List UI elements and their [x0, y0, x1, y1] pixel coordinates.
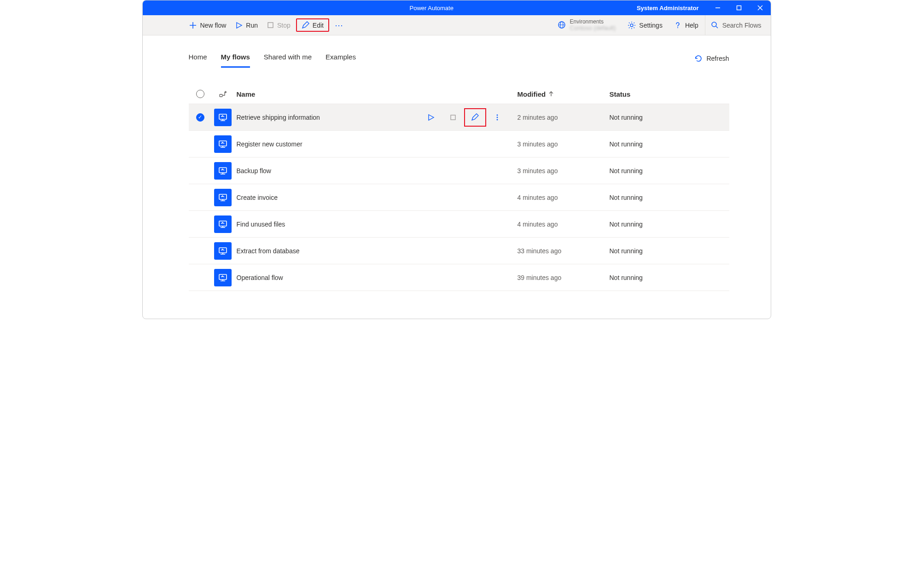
title-bar: Power Automate System Administrator [143, 0, 771, 15]
close-button[interactable] [750, 0, 771, 15]
svg-rect-7 [268, 23, 273, 28]
flow-status: Not running [610, 221, 729, 228]
svg-point-12 [677, 27, 678, 28]
flow-status: Not running [610, 140, 729, 148]
flow-modified: 2 minutes ago [518, 114, 610, 121]
flow-icon [212, 189, 234, 206]
tab-my-flows[interactable]: My flows [221, 49, 250, 68]
flow-name[interactable]: Find unused files [237, 221, 501, 228]
app-title: Power Automate [235, 5, 628, 12]
question-icon [674, 21, 682, 29]
flow-name[interactable]: Retrieve shipping information [237, 114, 413, 121]
select-all-checkbox[interactable] [189, 90, 212, 98]
flow-status: Not running [610, 194, 729, 201]
search-icon [711, 21, 719, 29]
flow-modified: 4 minutes ago [518, 221, 610, 228]
flow-type-icon-header [212, 90, 234, 98]
help-button[interactable]: Help [669, 18, 703, 32]
flow-status: Not running [610, 274, 729, 281]
flow-icon [212, 135, 234, 153]
table-row[interactable]: Retrieve shipping information2 minutes a… [189, 104, 729, 131]
flow-name[interactable]: Backup flow [237, 167, 501, 175]
table-row[interactable]: Extract from database33 minutes agoNot r… [189, 238, 729, 264]
stop-icon [450, 114, 456, 121]
new-flow-label: New flow [200, 22, 227, 29]
environments-label: Environments [570, 19, 616, 25]
flow-icon [212, 215, 234, 233]
flow-modified: 33 minutes ago [518, 247, 610, 255]
tab-home[interactable]: Home [189, 49, 207, 68]
nav-tabs: Home My flows Shared with me Examples [189, 49, 356, 68]
svg-point-24 [496, 119, 498, 120]
svg-rect-17 [219, 114, 227, 119]
row-more-button[interactable] [486, 108, 508, 127]
flow-modified: 3 minutes ago [518, 140, 610, 148]
app-window: Power Automate System Administrator New … [142, 0, 771, 319]
plus-icon [189, 21, 197, 29]
row-edit-button[interactable] [464, 108, 486, 127]
flow-modified: 4 minutes ago [518, 194, 610, 201]
environment-picker[interactable]: Environments Contoso (default) [552, 19, 622, 31]
settings-button[interactable]: Settings [623, 18, 667, 32]
maximize-button[interactable] [728, 0, 750, 15]
row-checkbox[interactable] [189, 113, 212, 122]
svg-rect-37 [219, 248, 227, 253]
edit-button[interactable]: Edit [296, 18, 329, 32]
svg-line-14 [716, 26, 718, 28]
minimize-button[interactable] [707, 0, 728, 15]
svg-rect-34 [219, 221, 227, 226]
flow-status: Not running [610, 167, 729, 175]
play-icon [427, 114, 435, 121]
flow-status: Not running [610, 114, 729, 121]
table-row[interactable]: Operational flow39 minutes agoNot runnin… [189, 264, 729, 291]
flow-modified: 3 minutes ago [518, 167, 610, 175]
svg-rect-21 [451, 115, 455, 120]
pencil-icon [471, 113, 479, 121]
flow-name[interactable]: Operational flow [237, 274, 501, 281]
settings-label: Settings [639, 22, 663, 29]
new-flow-button[interactable]: New flow [184, 18, 231, 32]
stop-label: Stop [277, 22, 291, 29]
table-row[interactable]: Find unused files4 minutes agoNot runnin… [189, 211, 729, 238]
svg-marker-20 [429, 115, 434, 120]
flow-icon [212, 162, 234, 180]
svg-marker-6 [237, 23, 242, 28]
flow-name[interactable]: Extract from database [237, 247, 501, 255]
svg-rect-15 [220, 94, 222, 97]
play-icon [235, 22, 243, 29]
row-stop-button [442, 108, 464, 127]
search-flows[interactable]: Search Flows [705, 15, 767, 35]
flow-icon [212, 269, 234, 286]
tab-examples[interactable]: Examples [326, 49, 356, 68]
more-vertical-icon [494, 114, 501, 121]
column-status[interactable]: Status [610, 90, 729, 98]
svg-point-23 [496, 116, 498, 118]
svg-point-22 [496, 114, 498, 116]
more-actions-button[interactable]: ⋯ [330, 20, 349, 30]
table-row[interactable]: Backup flow3 minutes agoNot running [189, 157, 729, 184]
edit-label: Edit [313, 22, 324, 29]
current-user[interactable]: System Administrator [628, 5, 707, 12]
row-run-button[interactable] [420, 108, 442, 127]
refresh-button[interactable]: Refresh [694, 54, 729, 63]
flow-name[interactable]: Create invoice [237, 194, 501, 201]
svg-rect-25 [219, 141, 227, 146]
gear-icon [628, 21, 636, 29]
table-row[interactable]: Create invoice4 minutes agoNot running [189, 184, 729, 211]
svg-point-13 [712, 22, 716, 27]
column-name[interactable]: Name [234, 90, 518, 98]
refresh-icon [694, 54, 703, 63]
search-placeholder: Search Flows [722, 22, 762, 29]
run-label: Run [246, 22, 258, 29]
refresh-label: Refresh [706, 55, 729, 62]
run-button[interactable]: Run [231, 19, 262, 32]
table-header-row: Name Modified Status [189, 84, 729, 104]
help-label: Help [685, 22, 698, 29]
svg-rect-31 [219, 194, 227, 199]
tab-shared[interactable]: Shared with me [264, 49, 312, 68]
column-modified[interactable]: Modified [518, 90, 610, 98]
sort-up-icon [548, 91, 554, 97]
flow-name[interactable]: Register new customer [237, 140, 501, 148]
table-row[interactable]: Register new customer3 minutes agoNot ru… [189, 131, 729, 157]
svg-rect-40 [219, 274, 227, 279]
